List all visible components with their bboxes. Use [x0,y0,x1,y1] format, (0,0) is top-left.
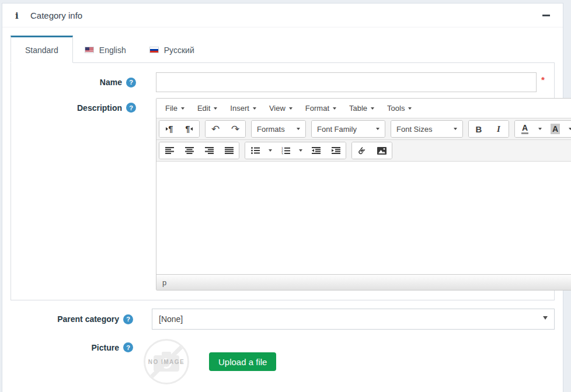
numbered-list-button[interactable]: 123 [276,142,295,159]
parent-category-select-wrap: [None] [152,309,555,330]
menu-file[interactable]: File [159,100,191,116]
tab-russian[interactable]: Русский [138,37,206,62]
chevron-down-icon [371,107,374,110]
list-indent-group: 123 [245,142,346,159]
parent-category-label: Parent category [57,314,119,324]
insert-link-button[interactable] [352,142,372,159]
image-icon [377,147,387,155]
chevron-down-icon [376,128,379,130]
formats-group: Formats [251,120,306,138]
tab-standard[interactable]: Standard [11,36,73,63]
numbered-list-caret-button[interactable] [295,142,306,159]
align-left-button[interactable] [159,142,179,159]
insert-image-button[interactable] [372,142,392,159]
required-asterisk: * [541,75,546,85]
language-tab-bar: Standard English Русский [11,36,555,63]
chevron-down-icon [333,107,336,110]
italic-icon: I [497,125,500,134]
align-center-button[interactable] [179,142,199,159]
name-label-group: Name ? [19,78,136,88]
justify-icon [225,147,234,154]
undo-button[interactable]: ↶ [206,121,225,137]
justify-button[interactable] [219,142,239,159]
font-sizes-group: Font Sizes [391,120,463,138]
chevron-down-icon [181,107,184,110]
collapse-button[interactable] [541,12,551,20]
editor-menubar: File Edit Insert View Format Table Tools [156,99,571,118]
text-color-caret-button[interactable] [535,121,545,137]
panel-title: Category info [30,10,82,20]
color-group: A A [514,120,571,138]
upload-file-button[interactable]: Upload a file [209,352,276,371]
italic-button[interactable]: I [489,121,509,137]
background-color-caret-button[interactable] [565,121,571,137]
parent-category-label-group: Parent category ? [11,314,133,324]
info-icon: i [15,10,21,21]
chevron-down-icon [297,128,300,130]
font-family-group: Font Family [311,120,385,138]
us-flag-icon [85,47,94,53]
chevron-down-icon [569,128,571,130]
tab-english[interactable]: English [73,37,138,62]
editor-statusbar: p [156,274,571,290]
redo-icon: ↷ [231,124,239,134]
name-input[interactable] [156,72,537,92]
editor-content-area[interactable] [156,162,571,274]
align-group [159,142,239,159]
bullet-list-button[interactable] [245,142,265,159]
picture-help-icon[interactable]: ? [123,342,133,352]
menu-edit[interactable]: Edit [191,100,224,116]
parent-category-select[interactable]: [None] [152,309,555,330]
align-right-button[interactable] [199,142,219,159]
element-path[interactable]: p [162,278,166,287]
menu-table[interactable]: Table [343,100,381,116]
bold-button[interactable]: B [469,121,489,137]
menu-insert[interactable]: Insert [224,100,263,116]
outdent-icon [312,147,321,154]
outdent-button[interactable] [306,142,326,159]
formats-dropdown[interactable]: Formats [252,121,305,137]
undo-icon: ↶ [211,124,220,134]
menu-tools[interactable]: Tools [381,100,418,116]
parent-category-control: [None] [152,309,555,330]
no-image-text: NO IMAGE [148,359,185,365]
align-left-icon [165,147,174,154]
direction-group: ¶ ¶ [159,120,200,138]
indent-icon [332,147,340,154]
name-help-icon[interactable]: ? [126,78,136,88]
menu-view[interactable]: View [263,100,299,116]
bullet-list-caret-button[interactable] [265,142,276,159]
name-field-row: Name ? * [19,72,546,92]
indent-button[interactable] [326,142,346,159]
undo-redo-group: ↶ ↷ [205,120,246,138]
chevron-down-icon [253,107,256,110]
text-color-icon: A [521,124,528,134]
tab-russian-label: Русский [164,46,194,55]
ltr-button[interactable]: ¶ [159,121,179,137]
rtl-button[interactable]: ¶ [179,121,199,137]
picture-label: Picture [92,343,119,352]
chevron-down-icon [454,128,457,130]
text-color-button[interactable]: A [515,121,535,137]
chevron-down-icon [299,149,302,152]
toolbar-row-2: 123 [156,139,571,162]
parent-category-help-icon[interactable]: ? [123,314,133,324]
menu-format[interactable]: Format [299,100,343,116]
picture-label-group: Picture ? [11,339,133,352]
rich-text-editor: File Edit Insert View Format Table Tools [156,98,571,290]
font-family-dropdown[interactable]: Font Family [312,121,385,137]
tab-english-label: English [99,46,126,55]
align-right-icon [205,147,214,154]
background-color-icon: A [551,124,560,134]
no-image-placeholder: NO IMAGE [144,339,189,384]
panel-header: i Category info [2,4,563,27]
redo-button[interactable]: ↷ [225,121,245,137]
name-label: Name [100,78,122,87]
rtl-icon: ¶ [186,124,193,134]
background-color-button[interactable]: A [545,121,565,137]
chevron-down-icon [538,128,542,130]
description-help-icon[interactable]: ? [126,103,136,113]
tab-standard-label: Standard [25,46,58,55]
font-sizes-dropdown[interactable]: Font Sizes [391,121,462,137]
ltr-icon: ¶ [166,124,173,134]
